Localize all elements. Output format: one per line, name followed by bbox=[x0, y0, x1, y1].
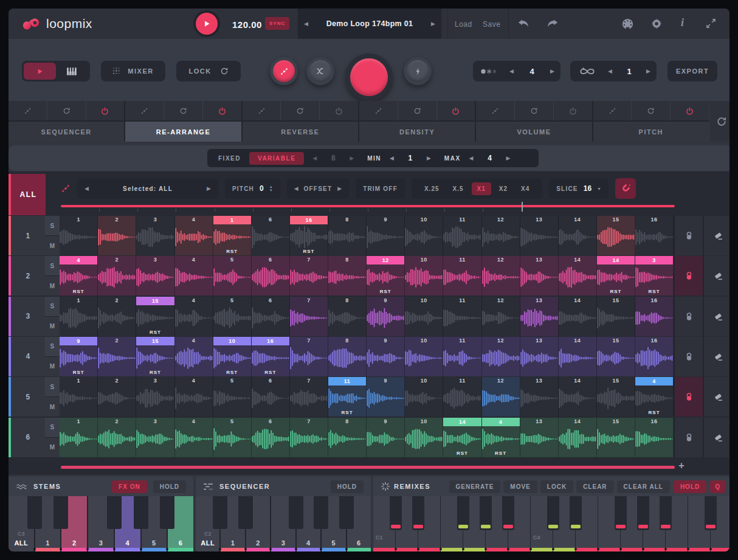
slice-cell[interactable]: 7 bbox=[290, 418, 328, 457]
slice-cell[interactable]: 5 bbox=[213, 418, 252, 457]
slice-cell[interactable]: 15 bbox=[597, 377, 635, 417]
track-number[interactable]: 2 bbox=[9, 256, 45, 296]
slice-cell[interactable]: 9 bbox=[367, 216, 405, 255]
slice-cell[interactable]: 2 bbox=[98, 418, 136, 457]
slice-cell[interactable]: 11 bbox=[443, 297, 481, 336]
add-button[interactable]: + bbox=[678, 460, 685, 472]
remix-black-key[interactable] bbox=[502, 496, 514, 530]
slice-cell[interactable]: 8 bbox=[328, 337, 367, 376]
slice-cell[interactable]: 1RST bbox=[213, 216, 252, 255]
dice-icon[interactable] bbox=[609, 107, 616, 115]
slice-cell[interactable]: 4 bbox=[175, 256, 213, 296]
slice-cell[interactable]: 4 bbox=[175, 216, 213, 255]
tab-volume[interactable]: VOLUME bbox=[476, 122, 591, 142]
slice-cell[interactable]: 1 bbox=[60, 418, 98, 457]
slice-cell[interactable]: 13 bbox=[520, 297, 559, 336]
tab-dice-button[interactable] bbox=[9, 101, 47, 120]
slice-cell[interactable]: 15RST bbox=[136, 297, 174, 336]
slice-cell[interactable]: 15 bbox=[597, 216, 635, 255]
slice-cell[interactable]: 14RST bbox=[597, 256, 635, 296]
power-icon[interactable] bbox=[218, 107, 226, 115]
slice-cell[interactable]: 11RST bbox=[328, 377, 367, 417]
mixer-button[interactable]: MIXER bbox=[101, 61, 165, 81]
dice-icon[interactable] bbox=[374, 107, 382, 115]
slice-cell[interactable]: 13 bbox=[520, 377, 559, 417]
min-next-arrow[interactable]: ▶ bbox=[427, 155, 431, 161]
remix-hold-button[interactable]: HOLD bbox=[674, 480, 706, 493]
slice-cell[interactable]: 4 bbox=[175, 418, 213, 457]
slice-cell[interactable]: 3 bbox=[136, 216, 174, 255]
slice-cell[interactable]: 12 bbox=[482, 377, 520, 417]
slice-cell[interactable]: 4 bbox=[175, 297, 213, 336]
slice-cell[interactable]: 12 bbox=[482, 337, 520, 376]
tab-dice-button[interactable] bbox=[593, 101, 632, 120]
solo-button[interactable]: S bbox=[45, 418, 60, 438]
track-number[interactable]: 1 bbox=[9, 216, 45, 255]
slice-cell[interactable]: 14RST bbox=[443, 418, 481, 457]
save-button[interactable]: Save bbox=[483, 20, 500, 29]
slice-cell[interactable]: 9 bbox=[367, 297, 405, 336]
power-icon[interactable] bbox=[452, 107, 460, 115]
slice-cell[interactable]: 14 bbox=[559, 216, 597, 255]
slice-cell[interactable]: 11 bbox=[443, 377, 481, 417]
track-erase-button[interactable] bbox=[703, 337, 729, 376]
track-erase-button[interactable] bbox=[703, 216, 729, 255]
magnet-button[interactable] bbox=[615, 178, 636, 199]
slice-cell[interactable]: 6 bbox=[252, 216, 290, 255]
slice-cell[interactable]: 15 bbox=[597, 418, 635, 457]
slice-cell[interactable]: 14 bbox=[559, 297, 597, 336]
slice-cell[interactable]: 9 bbox=[367, 418, 405, 457]
dice-icon[interactable] bbox=[491, 107, 499, 115]
remix-clear-all-button[interactable]: CLEAR ALL bbox=[617, 480, 670, 493]
slice-cell[interactable]: 10 bbox=[405, 418, 443, 457]
remix-black-key[interactable] bbox=[480, 496, 492, 530]
gear-icon[interactable] bbox=[650, 18, 663, 30]
info-icon[interactable]: i bbox=[681, 16, 684, 29]
pitch-spinner[interactable]: ▲▼ bbox=[269, 185, 273, 192]
track-number[interactable]: 5 bbox=[9, 377, 45, 417]
slice-cell[interactable]: 13 bbox=[520, 418, 559, 457]
slice-cell[interactable]: 1 bbox=[60, 297, 98, 336]
slice-cell[interactable]: 16RST bbox=[290, 216, 328, 255]
tab-reverse[interactable]: REVERSE bbox=[243, 122, 358, 142]
sync-button[interactable]: SYNC bbox=[265, 17, 289, 30]
mute-button[interactable]: M bbox=[45, 438, 60, 457]
all-tracks-button[interactable]: ALL bbox=[9, 174, 46, 215]
slice-cell[interactable]: 4 bbox=[175, 337, 213, 376]
fx-on-button[interactable]: FX ON bbox=[112, 480, 147, 493]
mute-button[interactable]: M bbox=[45, 357, 60, 376]
slice-cell[interactable]: 14 bbox=[559, 418, 597, 457]
black-key[interactable] bbox=[27, 496, 42, 529]
tab-power-button[interactable] bbox=[437, 101, 475, 120]
track-lock-button[interactable] bbox=[674, 297, 703, 336]
slice-cell[interactable]: 15 bbox=[597, 297, 635, 336]
mute-button[interactable]: M bbox=[45, 276, 60, 296]
slice-cell[interactable]: 7 bbox=[290, 256, 328, 296]
track-lock-button[interactable] bbox=[674, 377, 703, 417]
main-remix-button[interactable] bbox=[345, 54, 393, 101]
black-key[interactable] bbox=[107, 496, 122, 529]
slice-cell[interactable]: 12RST bbox=[367, 256, 405, 296]
slice-cell[interactable]: 5 bbox=[213, 256, 252, 296]
track-lock-button[interactable] bbox=[674, 256, 703, 296]
slice-cell[interactable]: 12 bbox=[482, 216, 520, 255]
slice-cell[interactable]: 14 bbox=[559, 256, 597, 296]
loop-view-button[interactable] bbox=[24, 63, 56, 80]
refresh-icon[interactable] bbox=[647, 107, 655, 115]
slice-cell[interactable]: 5 bbox=[213, 297, 252, 336]
mute-button[interactable]: M bbox=[45, 236, 60, 255]
min-prev-arrow[interactable]: ◀ bbox=[390, 155, 394, 161]
resize-icon[interactable] bbox=[705, 18, 717, 29]
sequencer-hold-button[interactable]: HOLD bbox=[331, 480, 364, 493]
preset-prev-arrow[interactable]: ◀ bbox=[304, 21, 308, 27]
lock-button[interactable]: LOCK bbox=[176, 61, 241, 81]
remix-black-key[interactable] bbox=[570, 496, 582, 530]
slice-cell[interactable]: 13 bbox=[520, 337, 559, 376]
track-number[interactable]: 3 bbox=[9, 297, 45, 336]
slice-cell[interactable]: 12 bbox=[482, 297, 520, 336]
multiplier-x4[interactable]: X4 bbox=[516, 182, 535, 195]
track-erase-button[interactable] bbox=[703, 377, 729, 417]
loop-range-bar[interactable] bbox=[61, 205, 675, 207]
tab-refresh-button[interactable] bbox=[281, 101, 320, 120]
fixed-mode-button[interactable]: FIXED bbox=[218, 155, 241, 162]
